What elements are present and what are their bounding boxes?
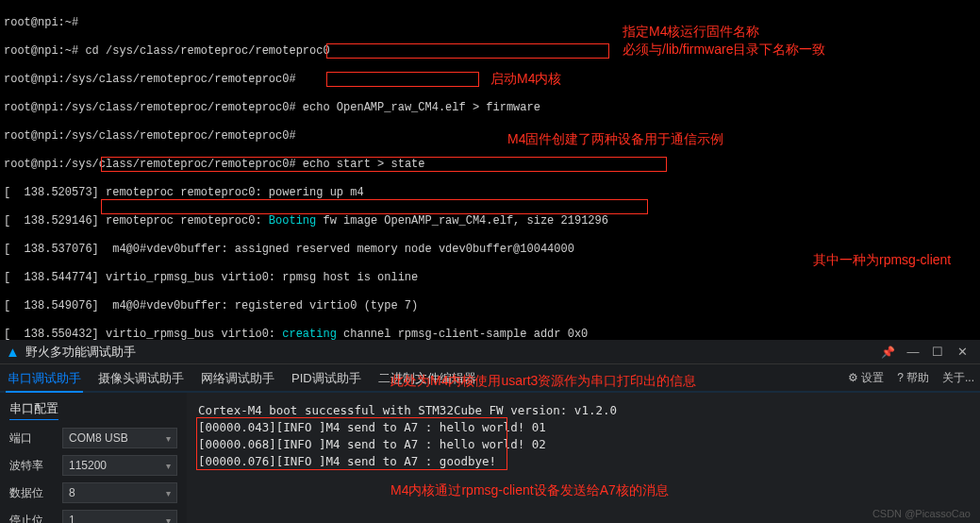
settings-button[interactable]: ⚙设置 xyxy=(848,370,884,386)
debug-app-window: ▲ 野火多功能调试助手 📌 — ☐ ✕ 串口调试助手 摄像头调试助手 网络调试助… xyxy=(0,340,980,523)
annotation: 其中一种为rpmsg-client xyxy=(813,253,951,267)
prompt: root@npi:/sys/class/remoteproc/remotepro… xyxy=(4,101,303,114)
serial-output[interactable]: Cortex-M4 boot successful with STM32Cube… xyxy=(187,393,980,523)
highlight-box xyxy=(101,199,648,214)
annotation: M4固件创建了两种设备用于通信示例 xyxy=(507,132,723,146)
baud-select[interactable]: 115200▾ xyxy=(62,455,177,476)
annotation: M4内核通过rpmsg-client设备发送给A7核的消息 xyxy=(390,481,669,498)
log-line: [ 138.520573] remoteproc remoteproc0: po… xyxy=(4,186,976,200)
stopbits-select[interactable]: 1▾ xyxy=(62,510,177,523)
about-button[interactable]: 关于... xyxy=(942,370,974,386)
close-button[interactable]: ✕ xyxy=(950,345,974,359)
output-line: [00000.043][INFO ]M4 send to A7 : hello … xyxy=(198,419,969,436)
tab-serial[interactable]: 串口调试助手 xyxy=(6,364,83,393)
annotation: 启动M4内核 xyxy=(490,72,561,86)
stopbits-label: 停止位 xyxy=(9,513,53,524)
annotation: 此处为M4内核使用usart3资源作为串口打印出的信息 xyxy=(390,372,696,389)
pin-icon[interactable]: 📌 xyxy=(881,346,895,359)
minimize-button[interactable]: — xyxy=(901,345,925,359)
cmd: echo OpenAMP_raw_CM4.elf > firmware xyxy=(303,101,540,114)
gear-icon: ⚙ xyxy=(848,371,858,384)
titlebar[interactable]: ▲ 野火多功能调试助手 📌 — ☐ ✕ xyxy=(0,340,980,364)
cmd: cd /sys/class/remoteproc/remoteproc0 xyxy=(85,44,329,58)
prompt: root@npi:/sys/class/remoteproc/remotepro… xyxy=(4,158,303,171)
output-line: Cortex-M4 boot successful with STM32Cube… xyxy=(198,402,969,419)
chevron-down-icon: ▾ xyxy=(166,461,171,471)
config-title: 串口配置 xyxy=(9,400,58,420)
databits-select[interactable]: 8▾ xyxy=(62,482,177,503)
port-select[interactable]: COM8 USB▾ xyxy=(62,428,177,448)
tab-camera[interactable]: 摄像头调试助手 xyxy=(96,364,186,391)
maximize-button[interactable]: ☐ xyxy=(925,345,950,359)
annotation: 必须与/lib/firmware目录下名称一致 xyxy=(623,42,825,57)
prompt: root@npi:/sys/class/remoteproc/remotepro… xyxy=(4,129,303,143)
serial-config-panel: 串口配置 端口 COM8 USB▾ 波特率 115200▾ 数据位 8▾ 停止位… xyxy=(0,393,187,523)
watermark: CSDN @PicassoCao xyxy=(872,508,971,519)
chevron-down-icon: ▾ xyxy=(166,433,171,444)
annotation: 指定M4核运行固件名称 xyxy=(623,25,759,39)
help-button[interactable]: ?帮助 xyxy=(897,370,929,386)
output-line: [00000.068][INFO ]M4 send to A7 : hello … xyxy=(198,436,969,453)
log-line: [ 138.544774] virtio_rpmsg_bus virtio0: … xyxy=(4,271,976,285)
log-line: [ 138.529146] remoteproc remoteproc0: Bo… xyxy=(4,214,976,228)
prompt: root@npi:~# xyxy=(4,16,85,29)
app-icon: ▲ xyxy=(6,344,20,360)
chevron-down-icon: ▾ xyxy=(166,488,171,498)
port-label: 端口 xyxy=(9,430,53,447)
cmd: echo start > state xyxy=(303,158,425,171)
app-title: 野火多功能调试助手 xyxy=(25,344,881,361)
output-line: [00000.076][INFO ]M4 send to A7 : goodby… xyxy=(198,453,969,470)
log-line: [ 138.549076] m4@0#vdev0buffer: register… xyxy=(4,299,976,313)
prompt: root@npi:/sys/class/remoteproc/remotepro… xyxy=(4,73,303,86)
baud-label: 波特率 xyxy=(9,458,53,474)
tab-network[interactable]: 网络调试助手 xyxy=(199,364,276,391)
prompt: root@npi:~# xyxy=(4,44,85,58)
tab-pid[interactable]: PID调试助手 xyxy=(290,364,363,391)
databits-label: 数据位 xyxy=(9,485,53,501)
help-icon: ? xyxy=(897,371,904,384)
chevron-down-icon: ▾ xyxy=(166,515,171,524)
